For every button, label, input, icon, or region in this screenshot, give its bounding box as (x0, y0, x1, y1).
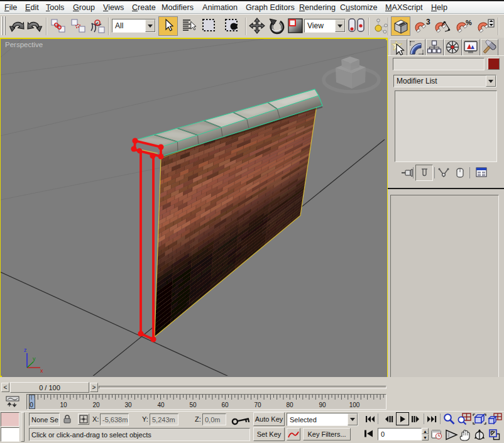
svg-text:Perspective: Perspective (5, 41, 43, 48)
svg-text:40: 40 (157, 402, 165, 408)
svg-text:x: x (40, 368, 43, 374)
svg-text:y: y (33, 356, 36, 362)
svg-text:0: 0 (30, 402, 33, 408)
svg-text:z: z (24, 347, 27, 353)
svg-text:10: 10 (60, 402, 67, 408)
svg-text:%: % (466, 19, 472, 26)
svg-text:100: 100 (349, 402, 360, 408)
svg-text:60: 60 (221, 402, 229, 408)
svg-text:3: 3 (426, 18, 430, 26)
svg-text:50: 50 (189, 402, 197, 408)
svg-text:20: 20 (92, 402, 100, 408)
svg-text:70: 70 (254, 402, 261, 408)
svg-text:90: 90 (319, 402, 326, 408)
svg-text:80: 80 (286, 402, 293, 408)
svg-text:30: 30 (124, 402, 132, 408)
